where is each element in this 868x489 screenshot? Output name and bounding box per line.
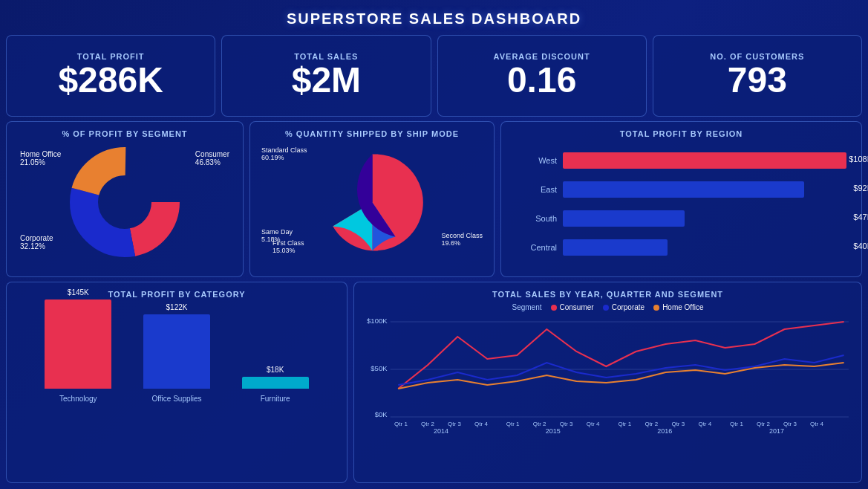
year-2014-label: 2014 [434,427,448,435]
region-east-val: $92K [853,184,868,192]
homeoffice-legend-dot [653,305,659,311]
region-south-name: South [516,214,557,223]
kpi-avg-discount-label: AVERAGE DISCOUNT [494,52,590,61]
kpi-total-profit-label: TOTAL PROFIT [77,52,145,61]
year-2016-label: 2016 [657,427,672,435]
region-east-bar-wrap: $92K [563,181,846,198]
sales-legend: Segment Consumer Corporate Home Office [362,303,854,311]
dashboard-title: SUPERSTORE SALES DASHBOARD [6,6,862,30]
region-east-bar [563,181,804,198]
region-west-bar-wrap: $108K [563,152,846,169]
region-west-val: $108K [849,155,868,163]
legend-corporate: Corporate [603,303,645,311]
kpi-total-profit: TOTAL PROFIT $286K [6,35,215,117]
consumer-line [398,322,843,389]
cat-furniture: $18K Furniture [242,366,309,403]
svg-text:$100K: $100K [367,317,388,325]
cat-office-supplies: $122K Office Supplies [143,303,210,403]
region-south-bar-wrap: $47K [563,210,846,227]
region-central-bar-wrap: $40K [563,239,846,256]
year-2016-group: Qtr 1 Qtr 2 Qtr 3 Qtr 4 2016 [611,421,718,435]
region-central-val: $40K [853,242,868,250]
region-chart-card: TOTAL PROFIT BY REGION West $108K East $… [500,121,862,277]
shipmode-chart-card: % QUANTITY SHIPPED BY SHIP MODE Sta [249,121,495,277]
region-row-east: East $92K [516,181,846,198]
region-row-central: Central $40K [516,239,846,256]
kpi-customers: NO. OF CUSTOMERS 793 [653,35,862,117]
kpi-row: TOTAL PROFIT $286K TOTAL SALES $2M AVERA… [6,35,862,117]
region-row-west: West $108K [516,152,846,169]
cat-office-bar [143,314,210,389]
year-2017-label: 2017 [769,427,784,435]
kpi-customers-value: 793 [728,61,787,100]
legend-consumer: Consumer [551,303,594,311]
line-chart-area: $100K $50K $0K [365,314,850,422]
region-bars: West $108K East $92K South [509,143,854,262]
legend-homeoffice: Home Office [653,303,703,311]
consumer-legend-label: Consumer [560,303,594,311]
year-2015-group: Qtr 1 Qtr 2 Qtr 3 Qtr 4 2015 [500,421,607,435]
segment-chart-card: % OF PROFIT BY SEGMENT Consumer 46.83% [6,121,244,277]
shipmode-pie-svg [315,145,430,260]
region-south-bar [563,210,685,227]
segment-donut-svg [65,143,184,262]
consumer-legend-dot [551,305,557,311]
kpi-customers-label: NO. OF CUSTOMERS [710,52,804,61]
kpi-avg-discount-value: 0.16 [507,61,576,100]
year-2015-label: 2015 [546,427,561,435]
region-central-name: Central [516,243,557,252]
corporate-legend-dot [603,305,609,311]
bottom-row: TOTAL PROFIT BY CATEGORY $145K Technolog… [6,282,862,483]
homeoffice-label: Home Office 21.05% [20,150,61,166]
region-row-south: South $47K [516,210,846,227]
segment-chart-title: % OF PROFIT BY SEGMENT [14,129,235,138]
year-2017-group: Qtr 1 Qtr 2 Qtr 3 Qtr 4 2017 [723,421,830,435]
second-class-label: Second Class19.6% [441,232,483,247]
region-chart-title: TOTAL PROFIT BY REGION [509,129,854,138]
cat-technology: $145K Technology [45,288,111,403]
region-west-bar [563,152,846,169]
corporate-legend-label: Corporate [612,303,645,311]
cat-tech-label: Technology [59,395,97,403]
shipmode-chart-title: % QUANTITY SHIPPED BY SHIP MODE [258,129,486,138]
charts-row: % OF PROFIT BY SEGMENT Consumer 46.83% [6,121,862,277]
segment-donut: Consumer 46.83% Home Office 21.05% Corpo… [14,143,235,262]
cat-furniture-bar [242,377,309,389]
standard-class-label: Standard Class60.19% [261,146,307,161]
region-east-name: East [516,185,557,194]
kpi-total-sales: TOTAL SALES $2M [221,35,431,117]
homeoffice-legend-label: Home Office [662,303,703,311]
svg-text:$50K: $50K [371,365,388,372]
sales-chart-card: TOTAL SALES BY YEAR, QUARTER AND SEGMENT… [353,282,862,483]
region-central-bar [563,239,668,256]
category-bars: $145K Technology $122K Office Supplies $… [14,306,339,403]
svg-text:$0K: $0K [375,411,388,418]
cat-furniture-val: $18K [267,366,284,374]
kpi-total-profit-value: $286K [58,61,163,100]
consumer-label: Consumer 46.83% [195,150,229,166]
legend-segment-label: Segment [512,303,541,311]
category-chart-card: TOTAL PROFIT BY CATEGORY $145K Technolog… [6,282,347,483]
cat-office-label: Office Supplies [151,395,201,403]
sales-chart-title: TOTAL SALES BY YEAR, QUARTER AND SEGMENT [362,290,854,299]
line-chart-svg: $100K $50K $0K [365,314,850,422]
first-class-label: First Class15.03% [273,239,304,254]
cat-office-val: $122K [166,303,188,311]
kpi-total-sales-label: TOTAL SALES [294,52,358,61]
cat-tech-val: $145K [68,288,89,297]
corporate-label: Corporate 32.12% [20,234,53,250]
shipmode-pie: Standard Class60.19% Same Day5.18% First… [258,143,486,262]
year-2014-group: Qtr 1 Qtr 2 Qtr 3 Qtr 4 2014 [388,421,495,435]
region-west-name: West [516,156,557,165]
region-south-val: $47K [853,213,868,221]
kpi-avg-discount: AVERAGE DISCOUNT 0.16 [437,35,647,117]
kpi-total-sales-value: $2M [292,61,361,100]
cat-tech-bar [45,299,111,389]
dashboard: SUPERSTORE SALES DASHBOARD TOTAL PROFIT … [0,0,868,489]
cat-furniture-label: Furniture [261,395,290,403]
x-axis-labels: Qtr 1 Qtr 2 Qtr 3 Qtr 4 2014 Qtr 1 Qtr 2… [362,421,854,435]
